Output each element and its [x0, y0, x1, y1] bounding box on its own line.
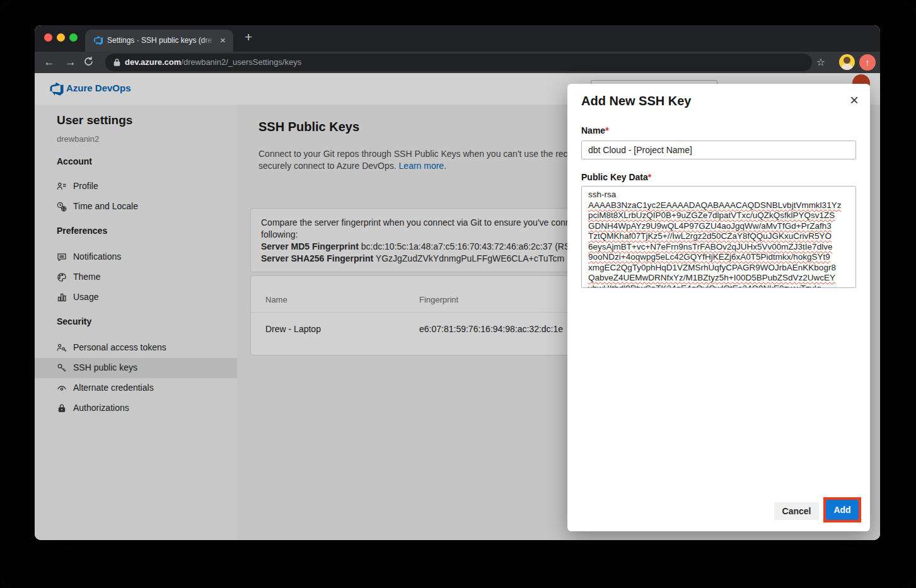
lock-icon: [113, 58, 121, 67]
modal-title: Add New SSH Key: [581, 94, 691, 108]
avatar-body-shape: [842, 64, 852, 70]
window-minimize-button[interactable]: [57, 33, 65, 42]
url-bar[interactable]: dev.azure.com/drewbanin2/_usersSettings/…: [105, 54, 812, 71]
bookmark-star-icon[interactable]: ☆: [813, 55, 828, 70]
required-marker: *: [648, 172, 651, 182]
add-ssh-key-modal: Add New SSH Key × Name* Public Key Data*…: [567, 84, 870, 531]
browser-toolbar: ← → dev.azure.com/drewbanin2/_usersSetti…: [35, 52, 880, 73]
add-button[interactable]: Add: [826, 500, 859, 520]
name-input[interactable]: [581, 141, 856, 159]
browser-tab-bar: Settings · SSH public keys (dre × +: [35, 25, 880, 52]
avatar-head-shape: [844, 57, 850, 64]
chrome-update-button[interactable]: ↑: [859, 54, 876, 71]
azure-devops-favicon-icon: [93, 35, 103, 45]
name-field-label: Name*: [581, 125, 609, 135]
required-marker: *: [605, 125, 608, 135]
new-tab-button[interactable]: +: [245, 30, 252, 45]
window-zoom-button[interactable]: [69, 33, 78, 42]
cancel-button[interactable]: Cancel: [774, 502, 819, 520]
browser-window: Settings · SSH public keys (dre × + ← → …: [35, 25, 880, 540]
back-icon[interactable]: ←: [42, 55, 57, 70]
browser-tab-active[interactable]: Settings · SSH public keys (dre ×: [85, 30, 233, 52]
url-text: dev.azure.com/drewbanin2/_usersSettings/…: [125, 57, 301, 67]
forward-icon[interactable]: →: [63, 55, 78, 70]
public-key-textarea[interactable]: ssh-rsaAAAAB3NzaC1yc2EAAAADAQABAAACAQDSN…: [581, 186, 856, 288]
modal-close-icon[interactable]: ×: [850, 93, 859, 108]
add-button-annotation-highlight: Add: [823, 497, 861, 522]
public-key-field-label: Public Key Data*: [581, 172, 651, 182]
browser-profile-avatar[interactable]: [839, 54, 855, 70]
reload-icon[interactable]: [83, 56, 98, 67]
window-close-button[interactable]: [44, 33, 52, 42]
url-path: /drewbanin2/_usersSettings/keys: [181, 57, 301, 67]
screenshot-stage: Settings · SSH public keys (dre × + ← → …: [0, 0, 916, 588]
tab-title-fade: [202, 35, 221, 47]
tab-close-icon[interactable]: ×: [220, 35, 226, 45]
url-host: dev.azure.com: [125, 57, 181, 67]
